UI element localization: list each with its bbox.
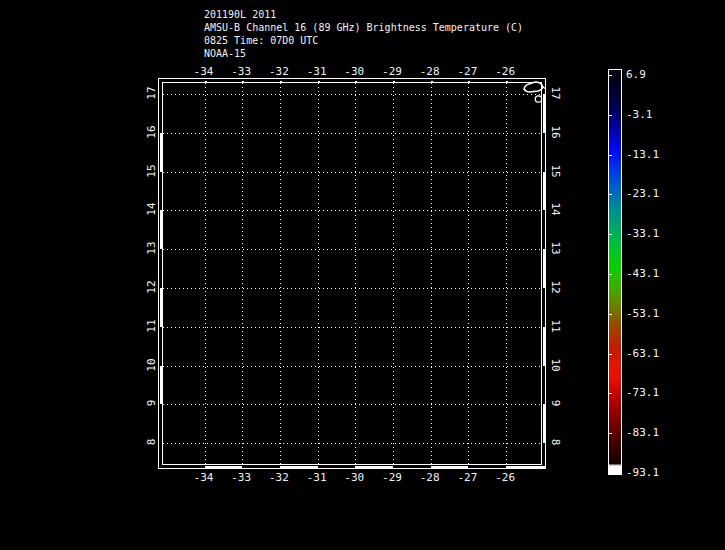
zebra-segment (160, 133, 163, 172)
y-tick-label-right: 15 (549, 164, 562, 177)
grid-line-v (355, 83, 356, 466)
y-tick-label-right: 9 (549, 400, 562, 407)
title-line-4: NOAA-15 (204, 47, 246, 60)
x-tick-label-bottom: -27 (457, 471, 477, 484)
grid-line-v (242, 83, 243, 466)
colorbar-tick-label: -13.1 (626, 148, 659, 161)
top-border-tick (242, 81, 244, 83)
x-tick-label-top: -32 (269, 65, 289, 78)
zebra-segment (543, 172, 546, 211)
y-tick-label-left: 11 (145, 319, 158, 332)
colorbar-tick (609, 194, 612, 195)
grid-line-h (163, 133, 543, 134)
y-tick-label-left: 14 (145, 203, 158, 216)
zebra-segment (160, 366, 163, 405)
zebra-segment (205, 466, 243, 469)
x-tick-label-top: -34 (194, 65, 214, 78)
colorbar-tick (609, 274, 612, 275)
top-border-tick (355, 81, 357, 83)
grid-line-v (318, 83, 319, 466)
colorbar-tick (609, 115, 612, 116)
colorbar-tick (609, 354, 612, 355)
colorbar-tick-label: -33.1 (626, 227, 659, 240)
top-border-tick (506, 81, 508, 83)
colorbar-tick (609, 433, 612, 434)
x-tick-label-top: -28 (420, 65, 440, 78)
y-tick-label-left: 10 (145, 358, 158, 371)
x-tick-label-bottom: -34 (194, 471, 214, 484)
title-line-1: 201190L 2011 (204, 8, 276, 21)
colorbar-tick-label: -93.1 (626, 466, 659, 479)
y-tick-label-left: 13 (145, 242, 158, 255)
colorbar-tick-label: 6.9 (626, 68, 646, 81)
zebra-segment (160, 210, 163, 249)
zebra-segment (506, 466, 546, 469)
colorbar-tick (609, 393, 612, 394)
x-tick-label-bottom: -29 (382, 471, 402, 484)
grid-line-v (205, 83, 206, 466)
x-tick-label-top: -33 (231, 65, 251, 78)
x-tick-label-top: -27 (457, 65, 477, 78)
y-tick-label-left: 16 (145, 125, 158, 138)
zebra-segment (280, 466, 318, 469)
y-tick-label-right: 8 (549, 439, 562, 446)
zebra-segment (355, 466, 393, 469)
colorbar-tick (609, 234, 612, 235)
map-plot-inner-frame (162, 82, 542, 465)
grid-line-h (163, 172, 543, 173)
colorbar-tick-label: -3.1 (626, 108, 653, 121)
zebra-segment (431, 466, 469, 469)
zebra-segment (543, 249, 546, 288)
colorbar-tick-label: -73.1 (626, 386, 659, 399)
grid-line-h (163, 366, 543, 367)
colorbar (608, 69, 622, 475)
x-tick-label-bottom: -30 (344, 471, 364, 484)
colorbar-tick (609, 75, 612, 76)
y-tick-label-right: 13 (549, 242, 562, 255)
colorbar-gradient (609, 70, 621, 474)
colorbar-tick-label: -43.1 (626, 267, 659, 280)
top-border-tick (431, 81, 433, 83)
y-tick-label-left: 8 (145, 439, 158, 446)
grid-line-v (431, 83, 432, 466)
grid-line-h (163, 404, 543, 405)
y-tick-label-right: 11 (549, 319, 562, 332)
grid-line-h (163, 210, 543, 211)
grid-line-v (280, 83, 281, 466)
top-border-tick (318, 81, 320, 83)
top-border-tick (280, 81, 282, 83)
x-tick-label-top: -26 (495, 65, 515, 78)
colorbar-tick-label: -23.1 (626, 187, 659, 200)
x-tick-label-bottom: -31 (307, 471, 327, 484)
colorbar-tick (609, 155, 612, 156)
y-tick-label-right: 10 (549, 358, 562, 371)
zebra-segment (543, 327, 546, 366)
y-tick-label-left: 17 (145, 86, 158, 99)
y-tick-label-right: 16 (549, 125, 562, 138)
map-plot-frame (158, 78, 546, 469)
grid-line-h (163, 288, 543, 289)
x-tick-label-top: -30 (344, 65, 364, 78)
grid-line-v (506, 83, 507, 466)
y-tick-label-left: 9 (145, 400, 158, 407)
y-tick-label-right: 12 (549, 280, 562, 293)
x-tick-label-bottom: -26 (495, 471, 515, 484)
top-border-tick (468, 81, 470, 83)
grid-line-v (468, 83, 469, 466)
colorbar-tick (609, 473, 612, 474)
grid-line-v (393, 83, 394, 466)
colorbar-tick-label: -53.1 (626, 307, 659, 320)
colorbar-tick (609, 314, 612, 315)
zebra-segment (160, 288, 163, 327)
x-tick-label-top: -29 (382, 65, 402, 78)
y-tick-label-left: 12 (145, 280, 158, 293)
coastline-outline-icon (518, 78, 552, 112)
title-line-2: AMSU-B Channel 16 (89 GHz) Brightness Te… (204, 21, 523, 34)
title-line-3: 0825 Time: 07D0 UTC (204, 34, 318, 47)
zebra-segment (543, 404, 546, 443)
colorbar-tick-label: -83.1 (626, 426, 659, 439)
grid-line-h (163, 94, 543, 95)
x-tick-label-bottom: -32 (269, 471, 289, 484)
colorbar-tick-label: -63.1 (626, 347, 659, 360)
grid-line-h (163, 249, 543, 250)
